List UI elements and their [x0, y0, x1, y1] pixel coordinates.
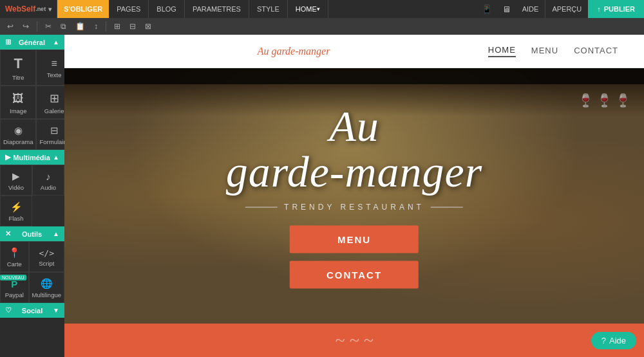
- gallery-icon: ⊞: [50, 91, 59, 105]
- subscribe-button[interactable]: S'OBLIGER: [57, 0, 109, 18]
- chevron-up-icon: ▲: [53, 39, 59, 46]
- hero-buttons: MENU CONTACT: [226, 226, 483, 289]
- sidebar: ⊞ Général ▲ T Titre ≡ Texte 🖼 Image ⊞ Ga…: [0, 35, 64, 357]
- logo-arrow: ▾: [48, 6, 52, 13]
- toolbar-divider-1: [37, 21, 37, 32]
- nav-style[interactable]: STYLE: [249, 0, 288, 18]
- sidebar-item-flash[interactable]: ⚡ Flash: [0, 196, 32, 226]
- general-grid: T Titre ≡ Texte 🖼 Image ⊞ Galerie ◉ Diap…: [0, 50, 64, 150]
- sidebar-item-paypal[interactable]: P Paypal: [0, 272, 29, 303]
- multilang-icon: 🌐: [41, 278, 53, 289]
- chevron-down-icon: ▼: [53, 307, 59, 314]
- publish-icon: ↑: [597, 5, 601, 13]
- bottom-bar: ~ ~ ~: [64, 324, 644, 357]
- multimedia-grid: ▶ Vidéo ♪ Audio ⚡ Flash: [0, 165, 64, 226]
- sidebar-item-carte[interactable]: 📍 Carte: [0, 241, 29, 272]
- main-layout: ⊞ Général ▲ T Titre ≡ Texte 🖼 Image ⊞ Ga…: [0, 35, 644, 357]
- toolbar-divider-2: [106, 21, 106, 32]
- sidebar-item-multilingue[interactable]: 🌐 Multilingue: [29, 272, 64, 303]
- copy-icon[interactable]: ⧉: [57, 21, 70, 32]
- hero-content: Au garde-manger TRENDY RESTAURANT MENU C…: [226, 103, 483, 289]
- sidebar-item-image[interactable]: 🖼 Image: [0, 86, 36, 119]
- section-label: Multimédia: [13, 154, 50, 161]
- contact-button[interactable]: CONTACT: [290, 261, 419, 289]
- chevron-up-icon-3: ▲: [53, 230, 59, 237]
- form-icon: ⊟: [50, 125, 59, 136]
- menu-button[interactable]: MENU: [290, 226, 419, 253]
- top-toolbar: WebSelf.net ▾ S'OBLIGER PAGES BLOG PARAM…: [0, 0, 644, 18]
- paste-icon[interactable]: 📋: [72, 21, 88, 32]
- aide-icon: ?: [601, 336, 606, 345]
- hero-subtitle: TRENDY RESTAURANT: [226, 203, 483, 212]
- site-navbar: Au garde-manger HOME MENU CONTACT: [64, 35, 644, 68]
- move-icon[interactable]: ↕: [91, 21, 101, 32]
- sidebar-item-texte[interactable]: ≡ Texte: [36, 50, 64, 86]
- site-logo: Au garde-manger: [258, 46, 330, 57]
- section-label: Général: [19, 39, 45, 46]
- slideshow-icon: ◉: [14, 125, 23, 136]
- sidebar-item-diaporama[interactable]: ◉ Diaporama: [0, 119, 36, 150]
- nav-contact-link[interactable]: CONTACT: [574, 46, 618, 57]
- sidebar-item-video[interactable]: ▶ Vidéo: [0, 165, 32, 196]
- aide-link[interactable]: AIDE: [516, 0, 545, 18]
- nav-blog[interactable]: BLOG: [149, 0, 185, 18]
- section-label: Social: [22, 307, 43, 315]
- home-arrow: ▾: [317, 6, 320, 12]
- hero-section: 🍷 🍷 🍷 Au garde-manger TRENDY RESTAURANT …: [64, 68, 644, 324]
- site-nav-links: HOME MENU CONTACT: [402, 45, 631, 57]
- sidebar-item-audio[interactable]: ♪ Audio: [32, 165, 64, 196]
- publish-button[interactable]: ↑ PUBLIER: [588, 0, 644, 18]
- sidebar-section-multimedia[interactable]: ▶ Multimédia ▲: [0, 150, 64, 165]
- sidebar-section-outils[interactable]: ✕ Outils ▲: [0, 226, 64, 241]
- sidebar-section-social[interactable]: ♡ Social ▼: [0, 303, 64, 318]
- desktop-icon[interactable]: 🖥: [497, 0, 516, 18]
- audio-icon: ♪: [46, 171, 51, 182]
- ceiling-bar: [64, 68, 644, 84]
- nav-home-link[interactable]: HOME: [488, 45, 516, 57]
- undo-icon[interactable]: ↩: [4, 21, 17, 32]
- outils-grid: 📍 Carte </> Script P Paypal 🌐 Multilingu…: [0, 241, 64, 303]
- mobile-icon[interactable]: 📱: [477, 0, 497, 18]
- image-icon: 🖼: [12, 92, 24, 105]
- chevron-up-icon-2: ▲: [53, 154, 59, 161]
- nav-pages[interactable]: PAGES: [109, 0, 149, 18]
- top-nav: PAGES BLOG PARAMETRES STYLE HOME ▾: [109, 0, 328, 18]
- cut-icon[interactable]: ✂: [42, 21, 55, 32]
- text-icon: ≡: [52, 58, 57, 69]
- logo[interactable]: WebSelf.net ▾: [0, 0, 57, 18]
- minus-icon[interactable]: ⊟: [126, 21, 139, 32]
- redo-icon[interactable]: ↪: [19, 21, 32, 32]
- logo-text: WebSelf: [5, 5, 35, 14]
- sidebar-item-formulaire[interactable]: ⊟ Formulaire: [36, 119, 64, 150]
- grid-icon[interactable]: ⊞: [111, 21, 124, 32]
- flash-icon: ⚡: [10, 201, 23, 213]
- hero-title: Au garde-manger: [226, 103, 483, 195]
- aide-button[interactable]: ? Aide: [591, 332, 636, 349]
- site-logo-container[interactable]: Au garde-manger: [185, 46, 402, 57]
- nav-menu-link[interactable]: MENU: [531, 46, 558, 57]
- logo-tld: .net: [35, 6, 46, 12]
- sidebar-item-galerie[interactable]: ⊞ Galerie: [36, 86, 64, 119]
- nav-home[interactable]: HOME ▾: [288, 0, 328, 18]
- outils-icon: ✕: [5, 230, 11, 238]
- sidebar-item-titre[interactable]: T Titre: [0, 50, 36, 86]
- social-icon: ♡: [5, 306, 12, 315]
- bottom-bar-text: ~ ~ ~: [335, 330, 373, 351]
- apercu-link[interactable]: APERÇU: [545, 0, 588, 18]
- title-icon: T: [14, 55, 23, 72]
- sidebar-section-general[interactable]: ⊞ Général ▲: [0, 35, 64, 50]
- nav-parametres[interactable]: PARAMETRES: [185, 0, 249, 18]
- multimedia-icon: ▶: [5, 153, 10, 161]
- section-icon: ⊞: [5, 38, 11, 46]
- canvas-area: Au garde-manger HOME MENU CONTACT 🍷 🍷 🍷 …: [64, 35, 644, 357]
- video-icon: ▶: [12, 170, 20, 182]
- edit-toolbar: ↩ ↪ ✂ ⧉ 📋 ↕ ⊞ ⊟ ⊠: [0, 18, 644, 35]
- map-icon: 📍: [8, 247, 21, 259]
- paypal-icon: P: [11, 279, 17, 289]
- sidebar-item-script[interactable]: </> Script: [29, 241, 64, 272]
- top-bar-right: 📱 🖥 AIDE APERÇU ↑ PUBLIER: [477, 0, 644, 18]
- code-icon: </>: [39, 248, 54, 258]
- section-label: Outils: [22, 230, 42, 238]
- close-grid-icon[interactable]: ⊠: [142, 21, 155, 32]
